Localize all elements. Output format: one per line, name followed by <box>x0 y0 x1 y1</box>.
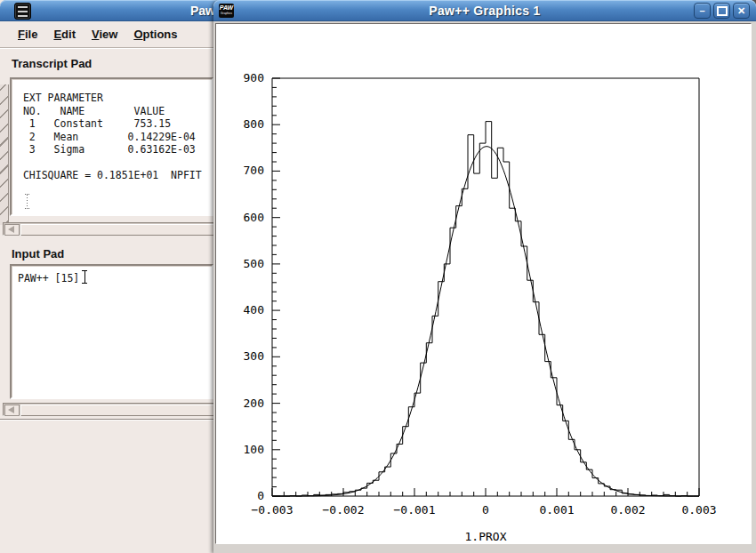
x-axis-title: 1.PROX <box>432 530 539 543</box>
minimize-icon: – <box>699 5 704 16</box>
x-tick-label: 0.003 <box>671 503 728 517</box>
y-tick-label: 400 <box>227 303 264 317</box>
histogram-outline <box>272 122 699 496</box>
x-tick-label: 0.001 <box>528 503 585 517</box>
y-tick-label: 500 <box>227 257 264 270</box>
menu-view[interactable]: View <box>92 28 117 41</box>
message-panel <box>0 421 220 552</box>
scrollbar-thumb[interactable] <box>20 224 214 236</box>
transcript-text-cursor <box>25 194 29 209</box>
x-tick-label: 0.002 <box>599 503 656 517</box>
close-button[interactable]: ✕ <box>733 3 750 19</box>
graphics-canvas[interactable]: 0100200300400500600700800900 −0.003−0.00… <box>215 23 752 544</box>
transcript-vertical-scrollbar[interactable] <box>0 84 9 225</box>
y-tick-label: 600 <box>227 211 264 224</box>
x-tick-label: −0.002 <box>315 503 372 517</box>
x-tick-label: −0.001 <box>386 503 443 517</box>
input-pad-label: Input Pad <box>12 247 64 260</box>
input-text-cursor <box>82 270 87 284</box>
histogram-plot <box>216 24 751 543</box>
desktop: Paw++ File Edit View Options Transcript … <box>0 0 756 553</box>
y-tick-label: 200 <box>227 397 264 410</box>
maximize-icon <box>717 6 728 16</box>
close-icon: ✕ <box>737 5 745 16</box>
paw-main-window: Paw++ File Edit View Options Transcript … <box>0 0 221 553</box>
graphics-window-titlebar[interactable]: PAW Graphics Paw++ Graphics 1 – ✕ <box>213 0 756 21</box>
y-tick-label: 800 <box>227 117 264 131</box>
transcript-pad-label: Transcript Pad <box>12 57 92 70</box>
minimize-button[interactable]: – <box>694 3 711 19</box>
graphics-window: PAW Graphics Paw++ Graphics 1 – ✕ 010020… <box>213 0 756 553</box>
transcript-pad[interactable]: EXT PARAMETER NO. NAME VALUE 1 Constant … <box>10 77 213 216</box>
scroll-left-arrow-icon[interactable] <box>4 405 20 416</box>
transcript-text: EXT PARAMETER NO. NAME VALUE 1 Constant … <box>12 79 212 182</box>
y-tick-label: 900 <box>227 71 264 84</box>
main-window-titlebar[interactable]: Paw++ <box>0 0 220 21</box>
graphics-window-title: Paw++ Graphics 1 <box>213 4 756 18</box>
y-tick-label: 0 <box>227 489 264 502</box>
menu-bar: File Edit View Options <box>0 21 220 48</box>
input-horizontal-scrollbar[interactable] <box>3 403 217 416</box>
input-pad[interactable]: PAW++ [15] <box>10 264 213 399</box>
menu-options[interactable]: Options <box>133 28 177 41</box>
transcript-horizontal-scrollbar[interactable] <box>3 222 217 236</box>
maximize-button[interactable] <box>713 3 730 19</box>
x-tick-label: 0 <box>457 503 514 517</box>
y-tick-label: 300 <box>227 349 264 363</box>
paw-main-window-icon[interactable] <box>14 3 31 20</box>
menu-edit[interactable]: Edit <box>53 28 76 41</box>
window-controls: – ✕ <box>694 3 750 19</box>
x-tick-label: −0.003 <box>244 503 301 517</box>
y-tick-label: 100 <box>227 443 264 456</box>
input-prompt: PAW++ [15] <box>12 266 79 285</box>
y-tick-label: 700 <box>227 164 264 177</box>
scrollbar-thumb[interactable] <box>20 405 214 416</box>
menu-file[interactable]: File <box>18 28 37 41</box>
scroll-left-arrow-icon[interactable] <box>4 224 20 236</box>
gaussian-fit-curve <box>272 147 699 496</box>
